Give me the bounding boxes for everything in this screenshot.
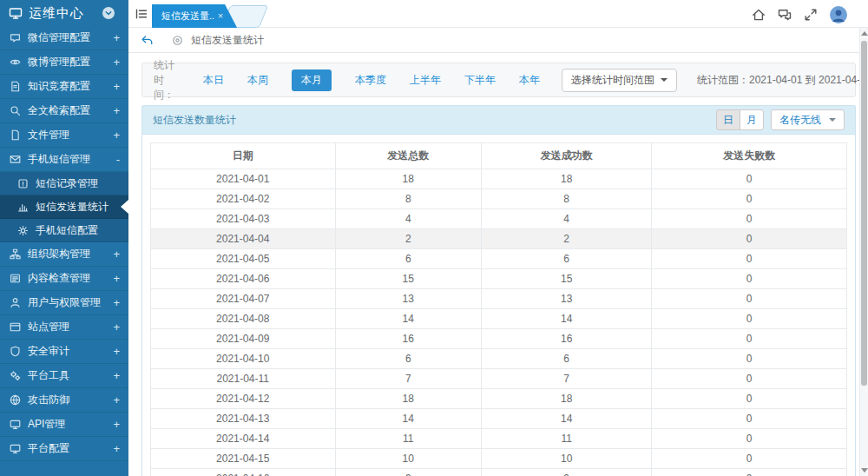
cell-value: 4: [481, 209, 651, 229]
sidebar-item[interactable]: 安全审计+: [0, 340, 128, 364]
cell-date: 2021-04-08: [151, 309, 336, 329]
sidebar-item[interactable]: 平台配置+: [0, 437, 128, 461]
caret-down-icon: [661, 78, 667, 82]
filter-option[interactable]: 下半年: [464, 73, 496, 88]
filter-label: 统计时间：: [154, 58, 174, 102]
cell-value: 6: [481, 249, 651, 269]
filter-option[interactable]: 上半年: [410, 73, 441, 88]
date-range-dropdown[interactable]: 选择统计时间范围: [562, 69, 677, 92]
table-row[interactable]: 2021-04-1411110: [151, 429, 847, 449]
cell-date: 2021-04-07: [151, 289, 336, 309]
table-row[interactable]: 2021-04-03440: [151, 209, 847, 229]
cell-value: 10: [335, 449, 481, 469]
cell-date: 2021-04-04: [151, 229, 336, 249]
filter-option[interactable]: 本季度: [355, 73, 386, 88]
table-row[interactable]: 2021-04-02880: [151, 189, 847, 209]
content: 统计时间： 本日本周本月本季度上半年下半年本年 选择统计时间范围 统计范围：20…: [128, 53, 868, 476]
scroll-up-arrow-icon[interactable]: [861, 31, 868, 36]
table-row[interactable]: 2021-04-10660: [151, 349, 847, 369]
sidebar-item-label: 短信发送量统计: [36, 200, 108, 215]
back-button[interactable]: [141, 34, 154, 47]
sidebar-item[interactable]: 组织架构管理+: [0, 242, 128, 267]
table-row[interactable]: 2021-04-0916160: [151, 329, 847, 349]
desktop-icon: [10, 419, 21, 430]
vertical-scrollbar[interactable]: [859, 28, 868, 476]
cell-value: 0: [652, 449, 847, 469]
sidebar-item[interactable]: 知识竞赛配置+: [0, 75, 128, 99]
cell-date: 2021-04-10: [151, 349, 336, 369]
table-row[interactable]: 2021-04-04220: [151, 229, 847, 249]
cell-date: 2021-04-11: [151, 369, 336, 389]
sidebar-header: 运维中心: [0, 0, 128, 26]
unit-button[interactable]: 日: [716, 109, 740, 130]
table-row[interactable]: 2021-04-1314140: [151, 409, 847, 429]
cell-value: 14: [481, 309, 651, 329]
app-title: 运维中心: [29, 5, 84, 22]
sidebar-item[interactable]: 站点管理+: [0, 315, 128, 340]
sidebar-item[interactable]: 短信记录管理: [0, 172, 128, 195]
cell-value: 18: [335, 389, 481, 409]
table-row[interactable]: 2021-04-1510100: [151, 449, 847, 469]
cell-value: 0: [652, 369, 847, 389]
table-row[interactable]: 2021-04-0814140: [151, 309, 847, 329]
close-icon[interactable]: ×: [218, 4, 223, 28]
table-row[interactable]: 2021-04-16990: [151, 469, 847, 476]
sidebar-item[interactable]: 微博管理配置+: [0, 50, 128, 75]
cell-value: 8: [335, 189, 481, 209]
sidebar-item[interactable]: 攻击防御+: [0, 388, 128, 413]
table-row[interactable]: 2021-04-0713130: [151, 289, 847, 309]
filter-option[interactable]: 本年: [519, 73, 540, 88]
sidebar-item[interactable]: 内容检查管理+: [0, 267, 128, 291]
sidebar-item[interactable]: 平台工具+: [0, 364, 128, 388]
sidebar-item[interactable]: 手机短信管理-: [0, 148, 128, 172]
home-icon[interactable]: [752, 8, 766, 22]
sidebar-item[interactable]: API管理+: [0, 413, 128, 437]
cell-value: 9: [481, 469, 651, 476]
cell-date: 2021-04-09: [151, 329, 336, 349]
table-row[interactable]: 2021-04-0118180: [151, 169, 847, 189]
sidebar-item[interactable]: 全文检索配置+: [0, 99, 128, 123]
sidebar-item[interactable]: 手机短信配置: [0, 219, 128, 242]
comments-icon[interactable]: [778, 8, 792, 22]
scroll-down-arrow-icon[interactable]: [861, 468, 868, 473]
cell-value: 7: [335, 369, 481, 389]
cell-date: 2021-04-03: [151, 209, 336, 229]
sidebar-item-label: 微信管理配置: [28, 30, 90, 45]
table-row[interactable]: 2021-04-1218180: [151, 389, 847, 409]
filter-option[interactable]: 本周: [247, 73, 268, 88]
expand-plus-icon: +: [113, 273, 120, 284]
cell-value: 0: [652, 249, 847, 269]
chevron-down-circle-icon[interactable]: [102, 6, 115, 20]
table-row[interactable]: 2021-04-05660: [151, 249, 847, 269]
cell-value: 0: [652, 229, 847, 249]
expand-icon[interactable]: [804, 8, 818, 22]
filter-option[interactable]: 本日: [203, 73, 224, 88]
tab-sms-volume[interactable]: 短信发送量.. ×: [152, 4, 237, 28]
cell-value: 0: [652, 189, 847, 209]
table-row[interactable]: 2021-04-0615150: [151, 269, 847, 289]
filter-option[interactable]: 本月: [292, 69, 332, 91]
sidebar-item[interactable]: 文件管理+: [0, 123, 128, 148]
sidebar-item[interactable]: 微信管理配置+: [0, 26, 128, 50]
scrollbar-thumb[interactable]: [861, 41, 867, 386]
sidebar-item[interactable]: 用户与权限管理+: [0, 291, 128, 315]
weibo-icon: [10, 56, 21, 68]
cell-date: 2021-04-14: [151, 429, 336, 449]
file-icon: [10, 129, 21, 141]
cell-value: 0: [652, 329, 847, 349]
cell-value: 0: [652, 209, 847, 229]
table-row[interactable]: 2021-04-11770: [151, 369, 847, 389]
operator-select[interactable]: 名传无线: [771, 109, 845, 130]
unit-button[interactable]: 月: [740, 109, 764, 130]
user-avatar[interactable]: [830, 6, 847, 23]
sidebar-item[interactable]: 短信发送量统计: [0, 195, 128, 219]
cell-date: 2021-04-13: [151, 409, 336, 429]
cell-date: 2021-04-01: [151, 169, 336, 189]
sms-record-icon: [17, 178, 29, 189]
sidebar-toggle-icon[interactable]: [135, 7, 148, 21]
cell-value: 2: [481, 229, 651, 249]
top-actions: [752, 6, 847, 23]
sidebar-item-label: 攻击防御: [28, 393, 69, 407]
table-header-row: 日期发送总数发送成功数发送失败数: [151, 143, 847, 169]
sidebar-item-label: 短信记录管理: [36, 176, 98, 191]
